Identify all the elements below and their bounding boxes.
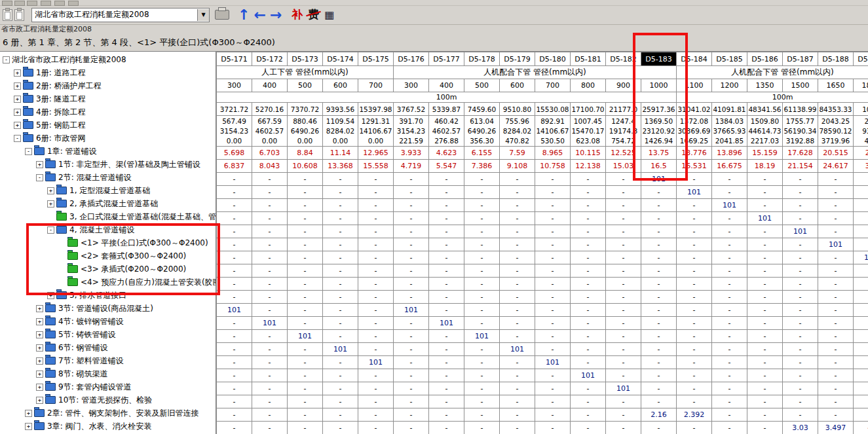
column-header[interactable]: D5-176 bbox=[394, 52, 429, 66]
column-header[interactable]: D5-174 bbox=[323, 52, 358, 66]
column-header[interactable]: D5-180 bbox=[535, 52, 571, 66]
tree-item[interactable]: -6册: 市政管网 bbox=[0, 132, 216, 145]
forward-arrow-button[interactable]: → bbox=[270, 7, 282, 24]
column-header[interactable]: D5-181 bbox=[571, 52, 606, 66]
tree-item[interactable]: +4节: 镀锌钢管铺设 bbox=[0, 315, 216, 328]
expand-icon[interactable]: + bbox=[47, 187, 54, 194]
tree-item[interactable]: +1节: 非定型井、渠(管)基础及陶土管铺设 bbox=[0, 158, 216, 171]
column-header[interactable]: D5-178 bbox=[464, 52, 500, 66]
tree-item[interactable]: -2节: 混凝土管道铺设 bbox=[0, 171, 216, 184]
expand-icon[interactable]: + bbox=[36, 384, 43, 391]
tree-item[interactable]: +3节: 管道铺设(商品混凝土) bbox=[0, 302, 216, 315]
tool-grid-icon[interactable]: ▦ bbox=[324, 10, 334, 20]
back-arrow-button[interactable]: ← bbox=[254, 7, 265, 24]
expand-icon[interactable]: + bbox=[14, 69, 21, 77]
tree-item[interactable]: +1, 定型混凝土管道基础 bbox=[0, 184, 216, 197]
collapse-icon[interactable]: - bbox=[25, 148, 32, 155]
expand-icon[interactable]: + bbox=[36, 357, 43, 365]
expand-icon[interactable]: + bbox=[14, 109, 21, 116]
tree-item[interactable]: +6节: 钢管铺设 bbox=[0, 341, 216, 354]
tree-item[interactable]: <2> 套箍式(Φ300～Φ2400) bbox=[0, 249, 216, 262]
tree-item[interactable]: +5节: 铸铁管铺设 bbox=[0, 328, 216, 341]
tree-item[interactable]: <1> 平接(企口)式(Φ300～Φ2400) bbox=[0, 236, 216, 249]
chevron-down-icon[interactable]: ▼ bbox=[197, 9, 209, 21]
tree-item[interactable]: +10节: 管道无损探伤、检验 bbox=[0, 393, 216, 407]
column-header[interactable]: D5-179 bbox=[500, 52, 535, 66]
expand-icon[interactable]: + bbox=[14, 96, 21, 103]
expand-icon[interactable]: + bbox=[14, 82, 21, 90]
tree-item[interactable]: +7节: 塑料管道铺设 bbox=[0, 354, 216, 367]
expand-icon[interactable]: + bbox=[36, 344, 43, 352]
cost-breakdown-cell: 892.9114106.67530.50 bbox=[535, 116, 571, 147]
consumption-cell: - bbox=[394, 264, 429, 278]
quota-book-dropdown[interactable]: 湖北省市政工程消耗量定额2008 ▼ bbox=[31, 8, 210, 22]
collapse-icon[interactable]: - bbox=[14, 135, 21, 142]
expand-icon[interactable]: + bbox=[36, 397, 43, 404]
tree-item[interactable]: +8节: 砌筑渠道 bbox=[0, 367, 216, 380]
tree-item[interactable]: +4册: 拆除工程 bbox=[0, 105, 216, 118]
collapse-icon[interactable]: - bbox=[3, 56, 10, 63]
consumption-cell: - bbox=[252, 291, 288, 304]
fee-button[interactable]: 费 bbox=[308, 7, 319, 22]
consumption-cell: - bbox=[854, 291, 868, 304]
tree-item[interactable]: -1章: 管道铺设 bbox=[0, 145, 216, 158]
expand-icon[interactable]: + bbox=[47, 292, 54, 299]
collapse-icon[interactable]: - bbox=[47, 226, 54, 234]
consumption-cell: - bbox=[500, 186, 535, 199]
blue-folder-icon bbox=[34, 147, 45, 155]
column-header[interactable]: D5-177 bbox=[429, 52, 464, 66]
column-header[interactable]: D5-186 bbox=[747, 52, 783, 66]
tree-item[interactable]: <3> 承插式(Φ200～Φ2000) bbox=[0, 262, 216, 276]
column-header[interactable]: D5-189 bbox=[854, 52, 868, 66]
expand-icon[interactable]: + bbox=[36, 305, 43, 312]
tree-item[interactable]: +3册: 隧道工程 bbox=[0, 92, 216, 105]
column-header[interactable]: D5-182 bbox=[606, 52, 641, 66]
consumption-cell: - bbox=[606, 199, 641, 212]
expand-icon[interactable]: + bbox=[14, 122, 21, 129]
column-header[interactable]: D5-188 bbox=[818, 52, 854, 66]
column-header[interactable]: D5-175 bbox=[358, 52, 394, 66]
tree-item[interactable]: 3, 企口式混凝土管道基础(混凝土基础、管 bbox=[0, 210, 216, 223]
tree-item[interactable]: +5, 排水管道接口 bbox=[0, 289, 216, 302]
consumption-cell: - bbox=[288, 317, 323, 330]
tree-item[interactable]: +1册: 道路工程 bbox=[0, 66, 216, 79]
expand-icon[interactable]: + bbox=[47, 200, 54, 208]
expand-icon[interactable]: + bbox=[36, 161, 43, 168]
consumption-cell: 101 bbox=[854, 251, 868, 264]
copy-icon[interactable] bbox=[3, 9, 12, 21]
printer-icon[interactable] bbox=[215, 10, 229, 20]
column-header[interactable]: D5-173 bbox=[288, 52, 323, 66]
consumption-cell: 101 bbox=[252, 317, 288, 330]
base-price-cell: 15397.98 bbox=[358, 103, 394, 116]
expand-icon[interactable]: + bbox=[25, 410, 32, 417]
application-window: 湖北省市政工程消耗量定额2008 ▼ ↑ ← → 补 费 ▦ 省市政工程消耗量定… bbox=[0, 0, 868, 434]
paste-icon[interactable] bbox=[14, 9, 24, 21]
tree-item[interactable]: <4> 预应力(自应力)混凝土管安装(胶圈 bbox=[0, 276, 216, 289]
consumption-cell: - bbox=[429, 304, 464, 317]
expand-icon[interactable]: + bbox=[36, 371, 43, 378]
expand-icon[interactable]: + bbox=[36, 318, 43, 325]
collapse-icon[interactable]: - bbox=[36, 174, 43, 181]
tree-item[interactable]: +2册: 桥涵护岸工程 bbox=[0, 79, 216, 92]
tree-item[interactable]: +2章: 管件、钢支架制作、安装及新旧管连接 bbox=[0, 407, 216, 420]
consumption-cell: - bbox=[571, 212, 606, 225]
tree-item[interactable]: -4, 混凝土管道铺设 bbox=[0, 223, 216, 236]
consumption-cell: 101 bbox=[571, 369, 606, 382]
up-arrow-button[interactable]: ↑ bbox=[238, 7, 250, 24]
tree-item[interactable]: +5册: 钢筋工程 bbox=[0, 118, 216, 132]
expand-icon[interactable]: + bbox=[36, 331, 43, 338]
tree-item[interactable]: +2, 承插式混凝土管道基础 bbox=[0, 197, 216, 210]
column-header[interactable]: D5-185 bbox=[712, 52, 747, 66]
expand-icon[interactable]: + bbox=[25, 423, 32, 430]
tree-item[interactable]: +3章: 阀门、水表、消火栓安装 bbox=[0, 420, 216, 433]
consumption-cell: - bbox=[747, 251, 783, 264]
column-header[interactable]: D5-187 bbox=[783, 52, 818, 66]
column-header[interactable]: D5-172 bbox=[252, 52, 288, 66]
patch-button[interactable]: 补 bbox=[292, 7, 303, 22]
column-header[interactable]: D5-183 bbox=[641, 52, 677, 66]
tree-item[interactable]: -湖北省市政工程消耗量定额2008 bbox=[0, 53, 216, 66]
consumption-cell: - bbox=[571, 173, 606, 186]
column-header[interactable]: D5-171 bbox=[217, 52, 252, 66]
tree-item[interactable]: +9节: 套管内铺设管道 bbox=[0, 380, 216, 393]
column-header[interactable]: D5-184 bbox=[677, 52, 712, 66]
